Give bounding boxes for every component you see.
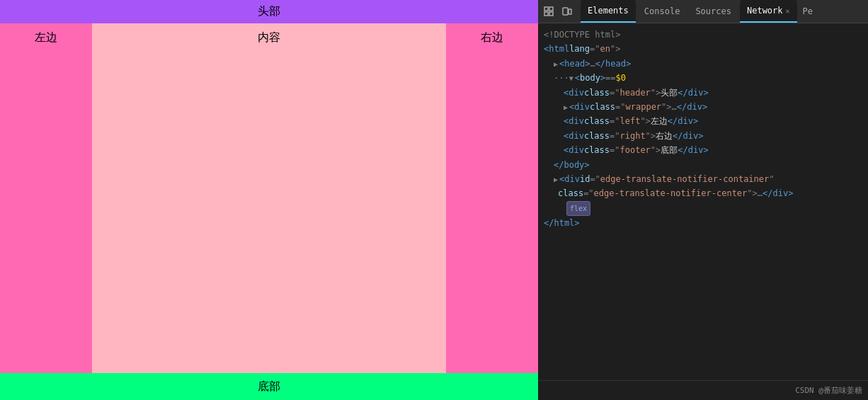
footer-text: 底部: [258, 379, 280, 394]
footer-credit: CSDN @番茄味姜糖: [795, 386, 862, 395]
code-line-html-close[interactable]: </html>: [541, 216, 865, 230]
code-line-body-close[interactable]: </body>: [541, 158, 865, 172]
svg-rect-1: [549, 7, 553, 11]
code-line-body[interactable]: ··· ▼ <body> == $0: [541, 71, 865, 85]
code-line-div-wrapper[interactable]: ▶ <div class="wrapper">…</div>: [541, 100, 865, 114]
svg-rect-3: [549, 12, 553, 16]
right-section: 右边: [446, 23, 538, 373]
device-icon[interactable]: [559, 4, 575, 19]
svg-rect-4: [563, 8, 568, 15]
code-line-div-right[interactable]: <div class="right">右边</div>: [541, 129, 865, 143]
right-text: 右边: [481, 30, 503, 45]
tab-more[interactable]: Pe: [799, 4, 817, 19]
left-text: 左边: [35, 30, 57, 45]
code-line-head[interactable]: ▶ <head>…</head>: [541, 57, 865, 71]
svg-rect-2: [544, 12, 548, 16]
svg-rect-0: [544, 7, 548, 11]
content-text: 内容: [258, 30, 280, 45]
code-line-flex-badge[interactable]: flex: [541, 201, 865, 216]
code-line-div-footer[interactable]: <div class="footer">底部</div>: [541, 143, 865, 157]
inspect-icon[interactable]: [541, 4, 556, 19]
code-line-doctype[interactable]: <!DOCTYPE html>: [541, 28, 865, 42]
devtools-panel: Elements Console Sources Network ✕ Pe <!…: [538, 0, 868, 400]
devtools-tabs: Elements Console Sources Network ✕ Pe: [538, 0, 868, 23]
content-section: 内容: [92, 23, 446, 373]
footer-section: 底部: [0, 373, 538, 400]
devtools-footer: CSDN @番茄味姜糖: [538, 380, 868, 400]
webpage-panel: 头部 左边 内容 右边 底部: [0, 0, 538, 400]
code-line-html[interactable]: <html lang="en">: [541, 42, 865, 56]
tab-network-close[interactable]: ✕: [786, 7, 790, 15]
code-line-edge-div-open[interactable]: ▶ <div id="edge-translate-notifier-conta…: [541, 172, 865, 186]
tab-elements[interactable]: Elements: [581, 0, 636, 23]
tab-sources[interactable]: Sources: [688, 0, 738, 23]
flex-badge: flex: [566, 201, 590, 216]
devtools-content[interactable]: <!DOCTYPE html> <html lang="en"> ▶ <head…: [538, 23, 868, 380]
code-line-div-header[interactable]: <div class="header">头部</div>: [541, 86, 865, 100]
code-line-edge-div-class[interactable]: class="edge-translate-notifier-center">……: [541, 186, 865, 200]
code-line-div-left[interactable]: <div class="left">左边</div>: [541, 114, 865, 128]
header-text: 头部: [258, 4, 280, 19]
main-area: 左边 内容 右边: [0, 23, 538, 373]
tab-console[interactable]: Console: [637, 0, 687, 23]
svg-rect-5: [569, 9, 571, 14]
header-section: 头部: [0, 0, 538, 23]
left-section: 左边: [0, 23, 92, 373]
tab-network[interactable]: Network ✕: [740, 0, 797, 23]
